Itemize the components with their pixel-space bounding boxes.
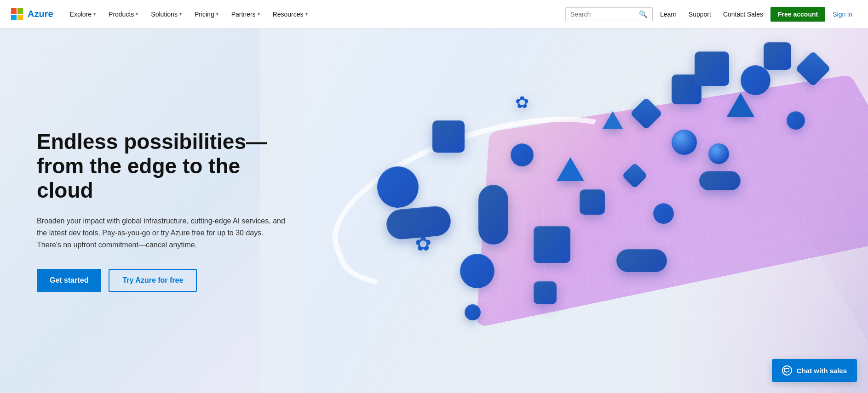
chevron-down-icon: ▾: [179, 11, 182, 17]
nav-item-products[interactable]: Products ▾: [103, 7, 144, 22]
hero-buttons: Get started Try Azure for free: [37, 269, 285, 292]
chevron-down-icon: ▾: [93, 11, 96, 17]
chat-label: Chat with sales: [797, 367, 847, 375]
microsoft-logo-icon: [11, 8, 23, 20]
nav-support-link[interactable]: Support: [684, 7, 716, 22]
chevron-down-icon: ▾: [136, 11, 138, 17]
chevron-down-icon: ▾: [216, 11, 218, 17]
hero-section: ✿ ✿ Endless possibilities—from the edge …: [0, 28, 868, 393]
chevron-down-icon: ▾: [258, 11, 260, 17]
sign-in-link[interactable]: Sign in: [828, 7, 857, 22]
hero-description: Broaden your impact with global infrastr…: [37, 215, 285, 251]
nav-label-partners: Partners: [231, 11, 256, 18]
nav-label-resources: Resources: [273, 11, 304, 18]
nav-item-resources[interactable]: Resources ▾: [267, 7, 313, 22]
try-azure-free-button[interactable]: Try Azure for free: [109, 269, 197, 292]
brand-name: Azure: [28, 9, 53, 19]
nav-item-explore[interactable]: Explore ▾: [64, 7, 101, 22]
navbar-right: 🔍 Learn Support Contact Sales Free accou…: [565, 7, 857, 22]
nav-label-explore: Explore: [70, 11, 92, 18]
chevron-down-icon: ▾: [305, 11, 308, 17]
get-started-button[interactable]: Get started: [37, 269, 101, 292]
nav-links: Explore ▾ Products ▾ Solutions ▾ Pricing…: [64, 7, 565, 22]
nav-learn-link[interactable]: Learn: [655, 7, 681, 22]
nav-item-partners[interactable]: Partners ▾: [226, 7, 265, 22]
nav-label-solutions: Solutions: [151, 11, 178, 18]
hero-title: Endless possibilities—from the edge to t…: [37, 130, 285, 203]
navbar: Azure Explore ▾ Products ▾ Solutions ▾ P…: [0, 0, 868, 28]
search-input[interactable]: [570, 11, 635, 18]
free-account-button[interactable]: Free account: [770, 7, 825, 22]
hero-content: Endless possibilities—from the edge to t…: [0, 93, 322, 329]
chat-with-sales-button[interactable]: Chat with sales: [772, 359, 857, 382]
nav-item-pricing[interactable]: Pricing ▾: [189, 7, 224, 22]
hero-visual: ✿ ✿: [304, 28, 868, 393]
nav-label-pricing: Pricing: [195, 11, 214, 18]
search-box[interactable]: 🔍: [565, 7, 653, 21]
logo-area[interactable]: Azure: [11, 8, 53, 20]
nav-contact-sales-link[interactable]: Contact Sales: [719, 7, 768, 22]
nav-item-solutions[interactable]: Solutions ▾: [145, 7, 187, 22]
nav-label-products: Products: [109, 11, 134, 18]
search-icon: 🔍: [639, 10, 648, 18]
chat-bubble-icon: [782, 365, 792, 376]
